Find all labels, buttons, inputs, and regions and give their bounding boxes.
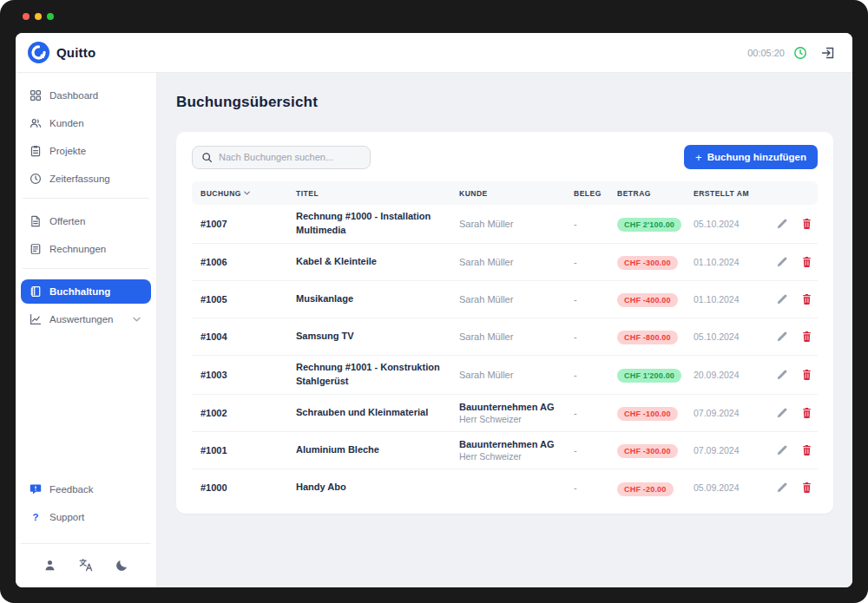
customer-cell: Sarah Müller xyxy=(459,219,574,229)
translate-icon[interactable] xyxy=(79,558,93,572)
edit-button[interactable] xyxy=(776,482,788,494)
created-date-cell: 07.09.2024 xyxy=(694,445,776,456)
edit-button[interactable] xyxy=(776,407,788,419)
user-icon[interactable] xyxy=(43,558,56,572)
row-actions xyxy=(776,293,812,305)
receipt-cell: - xyxy=(574,294,617,305)
feedback-icon xyxy=(29,483,42,495)
sidebar-item-label: Dashboard xyxy=(49,90,98,101)
delete-trash-icon xyxy=(801,482,812,494)
edit-button[interactable] xyxy=(776,369,788,381)
add-booking-button[interactable]: + Buchung hinzufügen xyxy=(684,145,818,169)
delete-button[interactable] xyxy=(801,407,812,419)
column-header-betrag[interactable]: Betrag xyxy=(617,189,694,198)
delete-button[interactable] xyxy=(801,256,812,268)
sidebar-item-support[interactable]: ?Support xyxy=(21,505,151,529)
close-window-button[interactable] xyxy=(23,13,30,20)
users-icon xyxy=(29,117,42,129)
amount-badge: CHF -100.00 xyxy=(617,407,678,421)
receipt-cell: - xyxy=(574,482,617,493)
delete-button[interactable] xyxy=(801,293,812,305)
created-date-cell: 05.10.2024 xyxy=(694,219,776,229)
edit-button[interactable] xyxy=(776,218,788,230)
search-icon xyxy=(201,152,213,163)
edit-button[interactable] xyxy=(776,331,788,343)
amount-cell: CHF -400.00 xyxy=(617,291,694,307)
sidebar-item-label: Zeiterfassung xyxy=(49,174,110,184)
edit-pencil-icon xyxy=(776,331,788,343)
sidebar-item-projekte[interactable]: Projekte xyxy=(21,139,151,163)
sidebar-item-buchhaltung[interactable]: Buchhaltung xyxy=(21,279,151,304)
delete-trash-icon xyxy=(801,407,812,419)
column-header-titel[interactable]: Titel xyxy=(296,189,459,198)
search-box xyxy=(192,146,371,169)
logout-icon[interactable] xyxy=(821,46,835,60)
delete-button[interactable] xyxy=(801,369,812,381)
amount-cell: CHF -100.00 xyxy=(617,404,694,421)
projects-icon xyxy=(29,145,42,157)
customer-company: Bauunternehmen AG xyxy=(459,439,574,449)
column-header-erstellt-am[interactable]: Erstellt am xyxy=(694,189,776,198)
delete-button[interactable] xyxy=(801,444,812,456)
table-row: #1002Schrauben und KleinmaterialBauunter… xyxy=(192,395,818,432)
minimize-window-button[interactable] xyxy=(35,13,42,20)
booking-title-cell: Samsung TV xyxy=(296,330,459,344)
brand-name: Quitto xyxy=(56,45,95,60)
search-input[interactable] xyxy=(219,152,361,162)
amount-badge: CHF -20.00 xyxy=(617,482,674,496)
sidebar-item-kunden[interactable]: Kunden xyxy=(21,111,151,135)
booking-title-cell: Schrauben und Kleinmaterial xyxy=(296,406,459,420)
edit-button[interactable] xyxy=(776,293,788,305)
customer-cell: Bauunternehmen AGHerr Schweizer xyxy=(459,402,574,424)
table-row: #1005MusikanlageSarah Müller-CHF -400.00… xyxy=(192,281,818,318)
amount-cell: CHF 2'100.00 xyxy=(617,215,694,232)
edit-button[interactable] xyxy=(776,256,788,268)
customer-name: Sarah Müller xyxy=(459,370,574,380)
receipt-cell: - xyxy=(574,219,617,229)
edit-button[interactable] xyxy=(776,444,788,456)
receipt-cell: - xyxy=(574,370,617,380)
table-row: #1003Rechnung #1001 - Konstruktion Stahl… xyxy=(192,356,818,395)
customer-contact: Herr Schweizer xyxy=(459,414,574,424)
sidebar-item-label: Projekte xyxy=(49,146,86,156)
sidebar-item-zeiterfassung[interactable]: Zeiterfassung xyxy=(21,167,151,191)
ledger-icon xyxy=(29,285,42,298)
customer-name: Sarah Müller xyxy=(459,257,574,267)
timer-clock-icon xyxy=(793,46,807,60)
zoom-window-button[interactable] xyxy=(47,13,54,20)
created-date-cell: 20.09.2024 xyxy=(694,370,776,380)
sidebar-item-rechnungen[interactable]: Rechnungen xyxy=(21,237,151,261)
app-header: Quitto 00:05:20 xyxy=(16,33,852,73)
delete-trash-icon xyxy=(801,218,812,230)
app-window: Quitto 00:05:20 DashboardKundenProjekteZ… xyxy=(16,33,852,587)
sidebar-item-label: Rechnungen xyxy=(49,244,106,254)
delete-button[interactable] xyxy=(801,218,812,230)
amount-badge: CHF 2'100.00 xyxy=(617,218,681,232)
customer-name: Sarah Müller xyxy=(459,219,574,229)
booking-id-cell: #1003 xyxy=(201,370,296,380)
sidebar-item-dashboard[interactable]: Dashboard xyxy=(21,83,151,108)
window-frame: Quitto 00:05:20 DashboardKundenProjekteZ… xyxy=(0,0,868,603)
customer-cell: Sarah Müller xyxy=(459,370,574,380)
sidebar-item-feedback[interactable]: Feedback xyxy=(21,477,151,501)
sidebar-item-label: Auswertungen xyxy=(49,314,114,324)
sidebar-item-offerten[interactable]: Offerten xyxy=(21,209,151,233)
table-body: #1007Rechnung #1000 - Installation Multi… xyxy=(192,205,818,507)
booking-id-cell: #1006 xyxy=(201,257,296,267)
delete-button[interactable] xyxy=(801,482,812,494)
sidebar-item-auswertungen[interactable]: Auswertungen xyxy=(21,307,151,331)
delete-button[interactable] xyxy=(801,331,812,343)
customer-name: Sarah Müller xyxy=(459,331,574,342)
amount-cell: CHF -20.00 xyxy=(617,480,694,496)
column-header-kunde[interactable]: Kunde xyxy=(459,189,574,198)
sidebar-nav: DashboardKundenProjekteZeiterfassungOffe… xyxy=(21,83,151,335)
header-right: 00:05:20 xyxy=(747,46,835,60)
delete-trash-icon xyxy=(801,331,812,343)
column-header-buchung[interactable]: Buchung xyxy=(201,189,296,198)
row-actions xyxy=(776,218,812,230)
customer-cell: Sarah Müller xyxy=(459,294,574,305)
sidebar-item-label: Kunden xyxy=(49,118,84,128)
column-header-beleg[interactable]: Beleg xyxy=(574,189,617,198)
edit-pencil-icon xyxy=(776,369,788,381)
moon-icon[interactable] xyxy=(115,558,128,572)
